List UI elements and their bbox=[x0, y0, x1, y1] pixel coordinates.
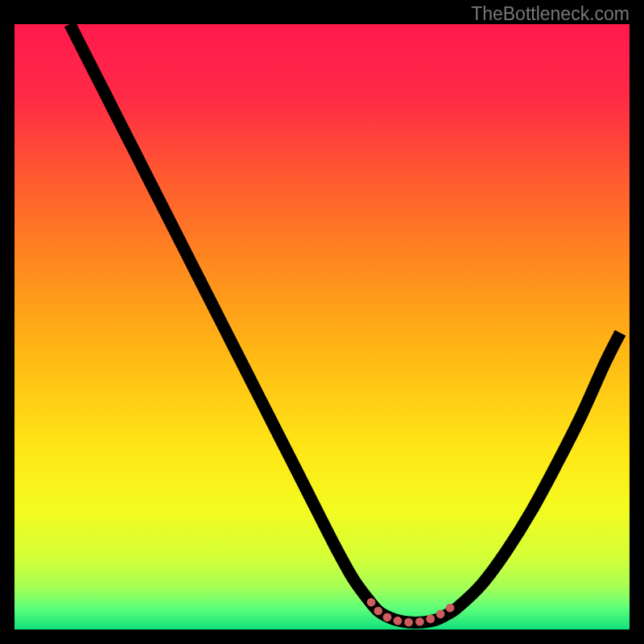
watermark-text: TheBottleneck.com bbox=[471, 3, 630, 25]
chart-frame: TheBottleneck.com bbox=[0, 0, 644, 644]
bottleneck-curve bbox=[70, 24, 621, 622]
curve-layer bbox=[14, 24, 630, 630]
plot-area bbox=[14, 24, 630, 630]
